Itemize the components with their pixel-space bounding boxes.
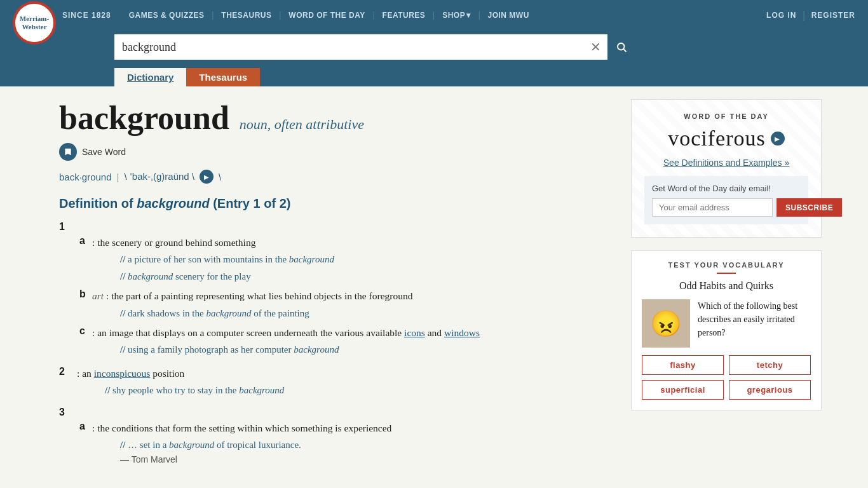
logo-text: Merriam-Webster xyxy=(20,15,49,31)
definition-word-italic: background xyxy=(137,196,209,210)
def-2-example-1: // shy people who try to stay in the bac… xyxy=(105,383,284,398)
vocab-image-row: 😠 Which of the following best describes … xyxy=(642,299,811,348)
vocab-question: Which of the following best describes an… xyxy=(698,299,811,339)
header-auth: LOG IN | REGISTER xyxy=(766,10,855,21)
nav-thesaurus[interactable]: THESAURUS xyxy=(216,11,276,20)
vocab-label: TEST YOUR VOCABULARY xyxy=(642,261,811,269)
wotd-email-label: Get Word of the Day daily email! xyxy=(652,184,801,193)
search-container: ✕ xyxy=(114,34,635,60)
vocab-card: TEST YOUR VOCABULARY Odd Habits and Quir… xyxy=(631,250,822,410)
def-1a-text: : the scenery or ground behind something xyxy=(92,235,334,250)
nav-shop[interactable]: SHOP xyxy=(437,11,476,20)
svg-point-0 xyxy=(618,43,625,50)
vocab-image: 😠 xyxy=(642,299,690,348)
def-1b-text: art : the part of a painting representin… xyxy=(92,288,413,303)
nav-games-quizzes[interactable]: GAMES & QUIZZES xyxy=(124,11,210,20)
def-num-row-1: 1 xyxy=(59,221,612,233)
pronunciation: \ ˈbak-ˌ(g)raünd \ xyxy=(124,171,194,182)
def-group-1: a : the scenery or ground behind somethi… xyxy=(77,235,612,357)
vocab-title: Odd Habits and Quirks xyxy=(642,280,811,292)
link-icons[interactable]: icons xyxy=(404,327,425,338)
wotd-label: WORD OF THE DAY xyxy=(644,112,808,120)
def-3a-attribution: — Tom Marvel xyxy=(120,454,391,464)
tab-thesaurus[interactable]: Thesaurus xyxy=(186,68,260,86)
wotd-word-text: vociferous xyxy=(668,126,766,151)
search-bar-row: ✕ xyxy=(0,30,868,64)
wotd-email-row: SUBSCRIBE xyxy=(652,198,801,217)
definition-heading: Definition of background (Entry 1 of 2) xyxy=(59,196,612,211)
def-1c-example-1: // using a family photograph as her comp… xyxy=(120,342,480,357)
content-area: background noun, often attributive Save … xyxy=(59,99,612,473)
search-submit-button[interactable] xyxy=(607,34,635,60)
save-word-row: Save Word xyxy=(59,143,612,161)
definition-1: 1 a : the scenery or ground behind somet… xyxy=(59,221,612,357)
nav-word-of-the-day[interactable]: WORD OF THE DAY xyxy=(283,11,370,20)
def-num-row-3: 3 xyxy=(59,407,612,418)
header-top: Merriam-Webster SINCE 1828 GAMES & QUIZZ… xyxy=(0,0,868,30)
def-1b-example-1: // dark shadows in the background of the… xyxy=(120,306,413,321)
vocab-divider xyxy=(717,273,736,274)
definition-2: 2 : an inconspicuous position // shy peo… xyxy=(59,366,612,398)
main-nav: GAMES & QUIZZES | THESAURUS | WORD OF TH… xyxy=(118,10,760,20)
def-3a-example-1: // … set in a background of tropical lux… xyxy=(120,438,391,452)
def-3a-text: : the conditions that form the setting w… xyxy=(92,421,391,435)
syllables: back·ground xyxy=(59,172,112,182)
word-header: background noun, often attributive xyxy=(59,99,612,137)
vocab-answer-gregarious[interactable]: gregarious xyxy=(729,380,811,400)
logo[interactable]: Merriam-Webster xyxy=(13,1,56,44)
save-word-label[interactable]: Save Word xyxy=(82,147,126,157)
wotd-subscribe-button[interactable]: SUBSCRIBE xyxy=(776,198,842,217)
def-2-text: : an inconspicuous position xyxy=(77,366,284,381)
wotd-link: See Definitions and Examples » xyxy=(644,157,808,168)
def-1c: c : an image that displays on a computer… xyxy=(77,325,612,357)
search-input[interactable] xyxy=(114,41,584,54)
def-1c-text: : an image that displays on a computer s… xyxy=(92,325,480,340)
wotd-see-definitions[interactable]: See Definitions and Examples » xyxy=(663,158,789,168)
register-link[interactable]: REGISTER xyxy=(811,11,855,20)
tabs-row: Dictionary Thesaurus xyxy=(0,64,868,86)
vocab-answers: flashy tetchy superficial gregarious xyxy=(642,355,811,400)
wotd-email-section: Get Word of the Day daily email! SUBSCRI… xyxy=(644,176,808,224)
wotd-audio-button[interactable]: ▶ xyxy=(771,132,785,146)
search-icon xyxy=(616,41,627,53)
login-link[interactable]: LOG IN xyxy=(766,11,796,20)
wotd-word: vociferous ▶ xyxy=(644,126,808,151)
wotd-email-input[interactable] xyxy=(652,198,773,217)
main-layout: background noun, often attributive Save … xyxy=(34,86,834,486)
word-title: background xyxy=(59,99,229,137)
vocab-answer-tetchy[interactable]: tetchy xyxy=(729,355,811,375)
save-word-button[interactable] xyxy=(59,143,77,161)
search-clear-button[interactable]: ✕ xyxy=(584,39,607,55)
nav-features[interactable]: FEATURES xyxy=(377,11,431,20)
def-num-row-2: 2 : an inconspicuous position // shy peo… xyxy=(59,366,612,398)
link-windows[interactable]: windows xyxy=(444,327,480,338)
logo-area: Merriam-Webster SINCE 1828 xyxy=(13,0,111,37)
nav-join-mwu[interactable]: JOIN MWU xyxy=(482,11,534,20)
def-1a-example-1: // a picture of her son with mountains i… xyxy=(120,252,334,267)
def-1a-example-2: // background scenery for the play xyxy=(120,269,334,284)
audio-play-icon: ▶ xyxy=(200,170,214,184)
audio-button[interactable]: ▶ xyxy=(200,170,214,184)
sidebar: WORD OF THE DAY vociferous ▶ See Definit… xyxy=(631,99,822,473)
def-1a: a : the scenery or ground behind somethi… xyxy=(77,235,612,283)
bookmark-icon xyxy=(64,147,72,156)
since-label: SINCE 1828 xyxy=(62,11,111,20)
pronunciation-row: back·ground | \ ˈbak-ˌ(g)raünd \ ▶ \ xyxy=(59,170,612,184)
link-inconspicuous[interactable]: inconspicuous xyxy=(94,368,151,379)
tab-dictionary[interactable]: Dictionary xyxy=(114,68,186,86)
svg-line-1 xyxy=(623,49,626,51)
vocab-answer-flashy[interactable]: flashy xyxy=(642,355,724,375)
wotd-card: WORD OF THE DAY vociferous ▶ See Definit… xyxy=(631,99,822,238)
def-group-3: a : the conditions that form the setting… xyxy=(77,421,612,465)
word-pos: noun, often attributive xyxy=(240,116,364,133)
def-3a: a : the conditions that form the setting… xyxy=(77,421,612,465)
def-1b: b art : the part of a painting represent… xyxy=(77,288,612,320)
vocab-answer-superficial[interactable]: superficial xyxy=(642,380,724,400)
definition-3: 3 a : the conditions that form the setti… xyxy=(59,407,612,465)
